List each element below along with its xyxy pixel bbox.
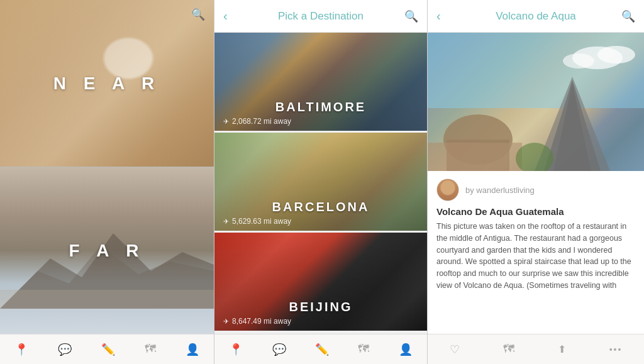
- beijing-distance: ✈ 8,647.49 mi away: [223, 317, 291, 326]
- middle-bottom-nav: 📍 💬 ✏️ 🗺 👤: [214, 334, 427, 364]
- nav-chat-left[interactable]: 💬: [53, 340, 77, 359]
- left-panel: 🔍 N E A R F A R 📍 💬 ✏️ 🗺 👤: [0, 0, 214, 364]
- plane-icon-barcelona: ✈: [223, 218, 229, 226]
- right-bottom-nav: ♡ 🗺 ⬆ •••: [428, 334, 644, 364]
- svg-point-5: [597, 46, 635, 63]
- right-photo: [428, 33, 644, 171]
- back-button-middle[interactable]: ‹: [223, 9, 228, 23]
- barcelona-overlay: [214, 133, 427, 231]
- username: by wanderlustliving: [465, 185, 535, 195]
- nav-more-right[interactable]: •••: [604, 342, 628, 357]
- nav-share-right[interactable]: ⬆: [553, 341, 571, 358]
- nav-profile-left[interactable]: 👤: [180, 340, 204, 359]
- svg-point-6: [563, 53, 594, 69]
- avatar: [436, 179, 459, 201]
- barcelona-name: BARCELONA: [214, 200, 427, 214]
- baltimore-name: BALTIMORE: [214, 100, 427, 114]
- beijing-overlay: [214, 233, 427, 331]
- far-section[interactable]: F A R: [0, 167, 214, 334]
- beijing-name: BEIJING: [214, 300, 427, 314]
- nav-heart-right[interactable]: ♡: [445, 340, 465, 359]
- right-header: ‹ Volcano de Aqua 🔍: [428, 0, 644, 33]
- nav-location-middle[interactable]: 📍: [224, 340, 248, 359]
- left-bottom-nav: 📍 💬 ✏️ 🗺 👤: [0, 334, 214, 364]
- nav-profile-middle[interactable]: 👤: [394, 340, 418, 359]
- post-body: This picture was taken on the rooftop of…: [436, 221, 635, 292]
- nav-chat-middle[interactable]: 💬: [267, 340, 291, 359]
- nav-map-left[interactable]: 🗺: [140, 340, 161, 358]
- post-title: Volcano De Aqua Guatemala: [436, 206, 635, 217]
- baltimore-overlay: [214, 33, 427, 131]
- baltimore-distance: ✈ 2,068.72 mi away: [223, 117, 291, 126]
- plane-icon-baltimore: ✈: [223, 118, 229, 126]
- user-row: by wanderlustliving: [436, 179, 635, 201]
- middle-title: Pick a Destination: [278, 10, 364, 23]
- svg-rect-3: [428, 33, 644, 108]
- svg-rect-12: [428, 143, 522, 171]
- avatar-face: [437, 179, 458, 201]
- near-section[interactable]: 🔍 N E A R: [0, 0, 214, 167]
- far-label: F A R: [69, 241, 145, 261]
- photo-svg: [428, 33, 644, 171]
- nav-map-right[interactable]: 🗺: [498, 340, 519, 358]
- search-icon-right[interactable]: 🔍: [621, 9, 635, 23]
- destination-item-baltimore[interactable]: BALTIMORE ✈ 2,068.72 mi away: [214, 33, 427, 131]
- nav-edit-middle[interactable]: ✏️: [310, 340, 334, 359]
- right-title: Volcano de Aqua: [496, 10, 576, 23]
- plane-icon-beijing: ✈: [223, 317, 229, 326]
- nav-edit-left[interactable]: ✏️: [96, 340, 120, 359]
- search-icon-middle[interactable]: 🔍: [404, 9, 418, 23]
- destination-item-beijing[interactable]: BEIJING ✈ 8,647.49 mi away: [214, 233, 427, 331]
- destination-list: BALTIMORE ✈ 2,068.72 mi away BARCELONA ✈…: [214, 33, 427, 334]
- nav-location-left[interactable]: 📍: [9, 340, 33, 359]
- nav-map-middle[interactable]: 🗺: [353, 340, 374, 358]
- barcelona-distance: ✈ 5,629.63 mi away: [223, 217, 291, 226]
- right-content: by wanderlustliving Volcano De Aqua Guat…: [428, 171, 644, 334]
- right-panel: ‹ Volcano de Aqua 🔍: [428, 0, 644, 364]
- middle-header: ‹ Pick a Destination 🔍: [214, 0, 427, 33]
- middle-panel: ‹ Pick a Destination 🔍 BALTIMORE ✈ 2,068…: [214, 0, 428, 364]
- destination-item-barcelona[interactable]: BARCELONA ✈ 5,629.63 mi away: [214, 133, 427, 231]
- svg-rect-2: [0, 290, 214, 309]
- mountain-deco: [0, 221, 214, 309]
- near-label: N E A R: [53, 74, 161, 94]
- back-button-right[interactable]: ‹: [436, 9, 441, 23]
- search-icon-left[interactable]: 🔍: [191, 8, 205, 21]
